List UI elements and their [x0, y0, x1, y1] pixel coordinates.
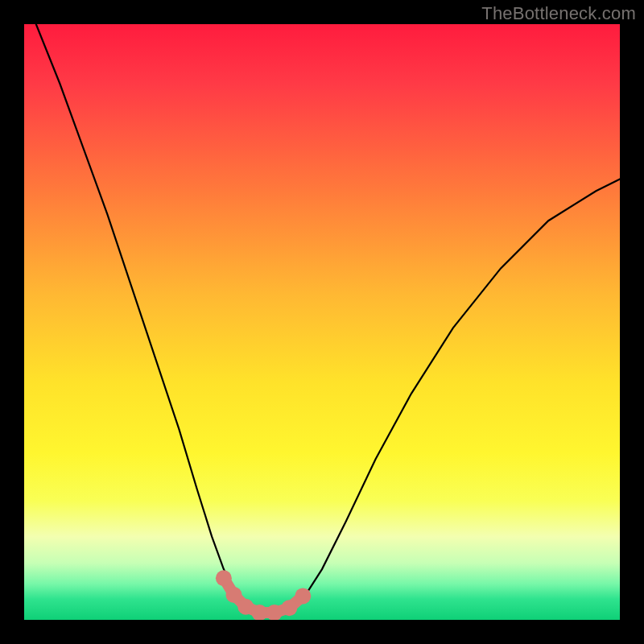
trough-marker-dot	[216, 570, 232, 586]
trough-marker-dot	[225, 587, 242, 603]
trough-marker-dot	[237, 599, 254, 615]
chart-container: TheBottleneck.com	[0, 0, 644, 644]
trough-marker-dot	[295, 588, 311, 604]
plot-background	[24, 24, 620, 620]
source-watermark: TheBottleneck.com	[481, 3, 636, 24]
trough-marker-dot	[281, 600, 297, 616]
bottleneck-chart	[24, 24, 620, 620]
